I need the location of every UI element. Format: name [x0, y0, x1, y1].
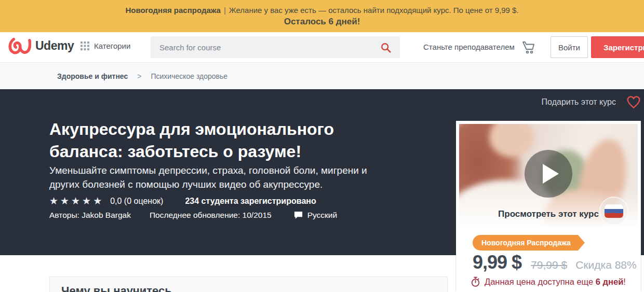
course-preview-video[interactable]: Просмотреть этот курс — [459, 124, 638, 227]
cart-icon — [519, 39, 538, 55]
play-icon — [543, 164, 559, 184]
speech-bubble-icon — [293, 211, 303, 220]
gift-course-link[interactable]: Подарить этот курс — [542, 95, 641, 109]
course-authors[interactable]: Авторы: Jakob Bargak — [49, 211, 131, 220]
rating-row: ★★★★★ 0,0 (0 оценок) 234 студента зареги… — [49, 196, 316, 206]
categories-menu-button[interactable]: Категории — [81, 41, 130, 50]
course-language: Русский — [293, 211, 338, 220]
price-note-text: Данная цена доступна еще 6 дней! — [485, 277, 626, 287]
banner-countdown: Осталось 6 дней! — [284, 17, 360, 27]
udemy-logo-icon — [8, 36, 31, 55]
learn-section-card: Чему вы научитесь — [49, 276, 448, 292]
rating-value: 0,0 (0 оценок) — [110, 197, 163, 206]
banner-message: Желание у вас уже есть — осталось найти … — [229, 6, 519, 15]
banner-separator: | — [224, 6, 226, 15]
search-button[interactable] — [380, 40, 395, 55]
purchase-card: Просмотреть этот курс Новогодняя Распрод… — [456, 121, 641, 292]
students-count: 234 студента зарегистрировано — [185, 197, 316, 206]
categories-label: Категории — [94, 41, 130, 50]
last-updated: Последнее обновление: 10/2015 — [150, 211, 272, 220]
categories-grid-icon — [81, 41, 89, 50]
sale-badge: Новогодняя Распродажа — [473, 235, 578, 251]
current-price: 9,99 $ — [473, 252, 521, 273]
course-meta-row: Авторы: Jakob Bargak Последнее обновлени… — [49, 211, 337, 220]
banner-sale-label: Новогодняя распродажа — [125, 6, 221, 15]
course-subtitle: Уменьшайте симптомы депрессии, страха, г… — [49, 164, 392, 192]
become-instructor-link[interactable]: Станьте преподавателем — [423, 43, 515, 51]
breadcrumb-category[interactable]: Здоровье и фитнес — [57, 72, 128, 80]
price-expiry-note: Данная цена доступна еще 6 дней! — [471, 276, 626, 287]
breadcrumb-subcategory[interactable]: Психическое здоровье — [151, 72, 227, 80]
play-button[interactable] — [525, 150, 572, 198]
site-header: Udemy Категории — [0, 32, 644, 62]
udemy-logo[interactable]: Udemy — [8, 36, 74, 55]
original-price: 79,99 $ — [531, 259, 567, 271]
breadcrumb-separator: > — [137, 72, 141, 80]
cart-button[interactable] — [519, 38, 538, 56]
rating-stars-icon: ★★★★★ — [49, 196, 104, 206]
banner-message-line: Новогодняя распродажа|Желание у вас уже … — [125, 6, 518, 15]
learn-section-heading: Чему вы научитесь — [61, 284, 447, 292]
search-icon — [380, 42, 395, 53]
search-input[interactable] — [151, 36, 374, 58]
stopwatch-icon — [471, 276, 480, 287]
days-remaining: 6 дней — [596, 277, 624, 286]
login-button[interactable]: Войти — [551, 36, 588, 58]
udemy-logo-text: Udemy — [35, 39, 74, 53]
price-row: 9,99 $ 79,99 $ Скидка 88% — [473, 252, 637, 273]
search-box — [151, 36, 400, 58]
language-label: Русский — [307, 211, 338, 220]
breadcrumb: Здоровье и фитнес > Психическое здоровье — [0, 62, 644, 89]
discount-percent: Скидка 88% — [575, 259, 637, 271]
sale-banner[interactable]: Новогодняя распродажа|Желание у вас уже … — [0, 0, 644, 32]
signup-button[interactable]: Зарегистрироваться — [591, 36, 644, 58]
gift-course-label: Подарить этот курс — [542, 98, 616, 107]
course-title: Акупрессура для эмоционального баланса: … — [49, 118, 408, 163]
heart-icon — [626, 95, 641, 109]
russian-flag-icon — [599, 197, 628, 226]
udemy-course-page: Новогодняя распродажа|Желание у вас уже … — [0, 0, 644, 292]
